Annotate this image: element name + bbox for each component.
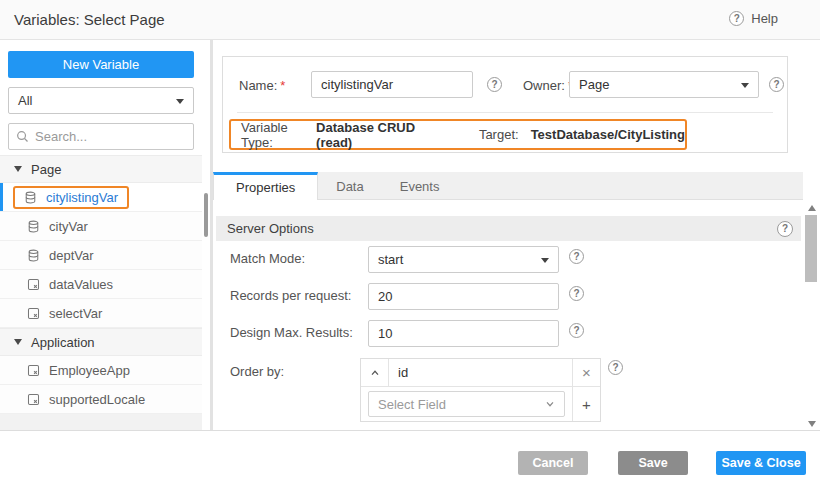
- select-field-placeholder: Select Field: [378, 397, 446, 412]
- owner-help-icon[interactable]: ?: [769, 77, 784, 92]
- new-variable-button[interactable]: New Variable: [8, 51, 194, 78]
- filter-selected-value: All: [18, 93, 32, 108]
- selected-indicator-bar: [0, 183, 3, 211]
- name-label: Name:*: [239, 78, 285, 93]
- tab-properties[interactable]: Properties: [213, 172, 318, 200]
- records-per-request-help-icon[interactable]: ?: [569, 286, 584, 301]
- variables-dialog: Variables: Select Page ? Help New Variab…: [0, 0, 820, 486]
- search-icon: [16, 130, 29, 143]
- order-by-add-row: Select Field +: [361, 387, 600, 421]
- detail-tabs: Properties Data Events: [213, 172, 803, 200]
- select-field-wrap: Select Field: [361, 387, 572, 421]
- order-by-help-icon[interactable]: ?: [608, 360, 623, 375]
- sidebar-section-application[interactable]: Application: [0, 328, 202, 356]
- dialog-footer: Cancel Save Save & Close: [0, 430, 820, 486]
- database-icon: [27, 249, 40, 262]
- order-by-label: Order by:: [230, 364, 284, 379]
- section-label: Page: [31, 162, 61, 177]
- design-max-results-label: Design Max. Results:: [230, 325, 353, 340]
- sidebar-item-selectvar[interactable]: selectVar: [0, 299, 202, 328]
- variable-summary-card: Name:* ? Owner:* Page ? Variable Type: D…: [222, 56, 788, 153]
- sidebar-section-page[interactable]: Page: [0, 155, 202, 183]
- collapse-arrow-icon: [14, 166, 22, 172]
- sidebar-item-label: EmployeeApp: [49, 363, 130, 378]
- sidebar-item-employeeapp[interactable]: EmployeeApp: [0, 356, 202, 385]
- select-field-dropdown[interactable]: Select Field: [368, 391, 565, 417]
- scrollbar-thumb[interactable]: [805, 215, 817, 282]
- sidebar-item-cityvar[interactable]: cityVar: [0, 212, 202, 241]
- variable-type-highlight-box: Variable Type: Database CRUD (read) Targ…: [229, 119, 687, 150]
- chevron-down-icon: [176, 99, 184, 104]
- sidebar-item-label: citylistingVar: [46, 190, 118, 205]
- section-label: Application: [31, 335, 95, 350]
- name-input[interactable]: [311, 71, 473, 98]
- properties-scrollbar: [805, 202, 818, 430]
- sidebar-item-label: selectVar: [49, 306, 102, 321]
- match-mode-help-icon[interactable]: ?: [569, 249, 584, 264]
- sidebar-item-label: supportedLocale: [49, 392, 145, 407]
- order-by-field-value[interactable]: id: [389, 359, 572, 386]
- tab-data[interactable]: Data: [318, 172, 381, 200]
- design-max-results-input[interactable]: [368, 320, 559, 347]
- match-mode-value: start: [378, 252, 403, 267]
- cancel-button[interactable]: Cancel: [518, 451, 588, 475]
- name-help-icon[interactable]: ?: [487, 77, 502, 92]
- server-options-help-icon[interactable]: ?: [777, 221, 793, 237]
- database-icon: [24, 191, 37, 204]
- sidebar-scrollbar-thumb[interactable]: [204, 193, 208, 237]
- sidebar-item-label: cityVar: [49, 219, 88, 234]
- chevron-down-icon: [544, 398, 556, 410]
- tab-events[interactable]: Events: [382, 172, 458, 200]
- sort-direction-button[interactable]: [361, 359, 389, 386]
- server-options-title: Server Options: [227, 221, 314, 236]
- chevron-down-icon: [741, 83, 749, 88]
- save-button[interactable]: Save: [618, 451, 688, 475]
- scroll-up-arrow[interactable]: [808, 205, 816, 211]
- scroll-down-arrow[interactable]: [808, 421, 816, 427]
- selection-highlight-outline: citylistingVar: [13, 186, 129, 209]
- variable-type-label: Variable Type:: [241, 120, 304, 150]
- model-variable-icon: [27, 393, 40, 406]
- save-and-close-button[interactable]: Save & Close: [716, 451, 806, 475]
- sidebar-item-supportedlocale[interactable]: supportedLocale: [0, 385, 202, 414]
- match-mode-label: Match Mode:: [230, 251, 305, 266]
- add-order-field-button[interactable]: +: [572, 387, 600, 421]
- variable-filter-select[interactable]: All: [8, 87, 194, 114]
- sidebar-item-label: deptVar: [49, 248, 94, 263]
- remove-order-field-button[interactable]: ×: [572, 359, 600, 386]
- owner-label: Owner:*: [523, 78, 573, 93]
- model-variable-icon: [27, 364, 40, 377]
- sidebar-filler: [0, 414, 202, 430]
- target-label: Target:: [479, 127, 519, 142]
- help-icon: ?: [729, 11, 744, 26]
- collapse-arrow-icon: [14, 339, 22, 345]
- sidebar-item-datavalues[interactable]: dataValues: [0, 270, 202, 299]
- owner-select[interactable]: Page: [569, 71, 759, 98]
- records-per-request-input[interactable]: [368, 283, 559, 310]
- sidebar-item-label: dataValues: [49, 277, 113, 292]
- match-mode-select[interactable]: start: [368, 246, 559, 273]
- page-title: Variables: Select Page: [14, 11, 165, 28]
- target-value: TestDatabase/CityListing: [531, 127, 685, 142]
- variable-search: [8, 123, 194, 150]
- sidebar-item-deptvar[interactable]: deptVar: [0, 241, 202, 270]
- sidebar-item-citylistingvar[interactable]: citylistingVar: [0, 183, 202, 212]
- variable-type-value: Database CRUD (read): [316, 120, 423, 150]
- design-max-results-help-icon[interactable]: ?: [569, 323, 584, 338]
- server-options-header: Server Options ?: [216, 216, 801, 241]
- required-marker: *: [280, 78, 285, 93]
- database-icon: [27, 220, 40, 233]
- chevron-down-icon: [541, 258, 549, 263]
- model-variable-icon: [27, 278, 40, 291]
- variables-sidebar: New Variable All Page citylistingVar: [0, 40, 202, 430]
- help-label: Help: [751, 11, 778, 26]
- search-input[interactable]: [35, 129, 185, 144]
- help-link[interactable]: ? Help: [729, 11, 778, 26]
- dialog-header: Variables: Select Page ? Help: [0, 0, 820, 40]
- card-divider: [237, 112, 773, 113]
- order-by-control: id × Select Field +: [360, 358, 601, 422]
- model-variable-icon: [27, 307, 40, 320]
- variable-detail-panel: Name:* ? Owner:* Page ? Variable Type: D…: [213, 40, 820, 430]
- owner-selected-value: Page: [579, 77, 609, 92]
- order-by-row: id ×: [361, 359, 600, 387]
